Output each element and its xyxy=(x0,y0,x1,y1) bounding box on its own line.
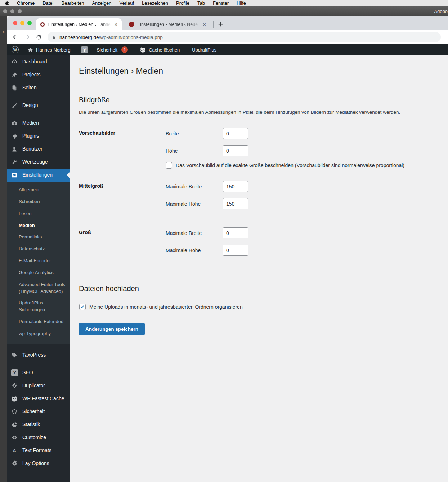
thumbnail-height-input[interactable] xyxy=(223,145,248,156)
shield-icon xyxy=(11,408,18,415)
sidebar-item-seo[interactable]: Y SEO xyxy=(7,366,70,379)
apple-icon[interactable] xyxy=(4,0,9,6)
sidebar-subitem-lesen[interactable]: Lesen xyxy=(7,208,70,220)
gear-icon xyxy=(11,460,18,467)
sidebar-item-wp-fastest-cache[interactable]: WP Fastest Cache xyxy=(7,392,70,405)
clear-cache-label: Cache löschen xyxy=(149,47,180,53)
section-heading-uploads: Dateien hochladen xyxy=(79,285,435,293)
tab-close-icon[interactable]: × xyxy=(113,22,118,27)
browser-window: Einstellungen › Medien ‹ Hanne × Einstel… xyxy=(7,16,448,482)
sidebar-item-duplicator[interactable]: Duplicator xyxy=(7,379,70,392)
site-name-menu[interactable]: Hannes Norberg xyxy=(23,44,75,55)
medium-max-height-input[interactable] xyxy=(223,198,248,209)
minimize-window-button[interactable] xyxy=(20,21,24,25)
close-window-button[interactable] xyxy=(13,21,17,25)
background-traffic-light xyxy=(10,9,14,13)
medium-label: Mittelgroß xyxy=(79,181,166,209)
sidebar-item-einstellungen[interactable]: Einstellungen xyxy=(7,169,70,182)
sidebar-item-medien[interactable]: Medien xyxy=(7,117,70,130)
thumbnail-width-label: Breite xyxy=(166,131,223,137)
sidebar-subitem-permalinks[interactable]: Permalinks xyxy=(7,231,70,243)
sidebar-subitem-schreiben[interactable]: Schreiben xyxy=(7,196,70,208)
sidebar-subitem-allgemein[interactable]: Allgemein xyxy=(7,184,70,196)
menubar-item-tab[interactable]: Tab xyxy=(197,0,205,6)
yoast-menu[interactable]: Y xyxy=(77,44,92,55)
sidebar-item-projects[interactable]: Projects xyxy=(7,68,70,81)
yoast-seo-icon: Y xyxy=(11,369,18,376)
reload-icon[interactable] xyxy=(34,32,43,42)
crop-thumbnail-label: Das Vorschaubild auf die exakte Größe be… xyxy=(176,162,404,168)
sidebar-subitem-datenschutz[interactable]: Datenschutz xyxy=(7,243,70,255)
site-name: Hannes Norberg xyxy=(36,47,70,53)
menubar-item-hilfe[interactable]: Hilfe xyxy=(237,0,246,6)
screen: Chrome Datei Bearbeiten Anzeigen Verlauf… xyxy=(0,0,448,482)
tab-strip: Einstellungen › Medien ‹ Hanne × Einstel… xyxy=(7,16,448,30)
sidebar-subitem-medien[interactable]: Medien xyxy=(7,220,70,232)
menubar-item-lesezeichen[interactable]: Lesezeichen xyxy=(142,0,168,6)
pages-icon xyxy=(11,84,18,92)
tab-inactive[interactable]: Einstellungen › Medien ‹ Neue × xyxy=(125,18,210,30)
background-window-title: Adobe xyxy=(434,9,448,14)
sidebar-item-werkzeuge[interactable]: Werkzeuge xyxy=(7,156,70,169)
sidebar-subitem-advanced-editor-tools[interactable]: Advanced Editor Tools (TinyMCE Advanced) xyxy=(7,279,70,298)
sidebar-subitem-updraftplus[interactable]: UpdraftPlus Sicherungen xyxy=(7,297,70,316)
large-max-height-input[interactable] xyxy=(223,245,248,256)
updraftplus-menu[interactable]: UpdraftPlus xyxy=(188,44,221,55)
back-icon[interactable] xyxy=(11,32,20,42)
background-window-titlebar: Adobe xyxy=(0,6,448,16)
security-label: Sicherheit xyxy=(97,47,117,53)
sidebar-subitem-wp-typography[interactable]: wp-Typography xyxy=(7,328,70,340)
menubar-item-chrome[interactable]: Chrome xyxy=(17,0,35,6)
sidebar-item-sicherheit[interactable]: Sicherheit xyxy=(7,405,70,418)
organize-uploads-checkbox[interactable] xyxy=(79,304,86,310)
settings-media-content: Einstellungen › Medien Bildgröße Die unt… xyxy=(70,55,448,482)
sidebar-item-plugins[interactable]: Plugins xyxy=(7,130,70,143)
background-close-icon: x xyxy=(0,30,7,34)
sidebar-subitem-permalauts[interactable]: Permalauts Extended xyxy=(7,316,70,328)
sidebar-item-dashboard[interactable]: Dashboard xyxy=(7,55,70,68)
tag-icon xyxy=(11,352,18,359)
large-max-width-label: Maximale Breite xyxy=(166,230,223,236)
sidebar-item-benutzer[interactable]: Benutzer xyxy=(7,143,70,156)
menubar-item-anzeigen[interactable]: Anzeigen xyxy=(92,0,111,6)
forward-icon[interactable] xyxy=(22,32,32,42)
save-changes-button[interactable]: Änderungen speichern xyxy=(79,323,145,335)
wordpress-logo-icon: W xyxy=(12,46,19,53)
medium-max-width-input[interactable] xyxy=(223,181,248,192)
menubar-item-datei[interactable]: Datei xyxy=(42,0,53,6)
menubar-item-profile[interactable]: Profile xyxy=(176,0,189,6)
url-bar[interactable]: hannesnorberg.de/wp-admin/options-media.… xyxy=(48,32,441,42)
updraftplus-label: UpdraftPlus xyxy=(192,47,216,53)
favicon-dot-icon xyxy=(129,22,134,27)
sidebar-item-lay-options[interactable]: Lay Options xyxy=(7,457,70,470)
wp-admin-page: W Hannes Norberg Y Sicherheit 1 Cache lö… xyxy=(7,44,448,482)
clear-cache-menu[interactable]: Cache löschen xyxy=(135,44,184,55)
organize-uploads-label: Meine Uploads in monats- und jahresbasie… xyxy=(89,304,243,310)
cheetah-icon xyxy=(11,395,18,402)
sidebar-item-statistik[interactable]: Statistik xyxy=(7,418,70,431)
sidebar-item-customize[interactable]: Customize xyxy=(7,431,70,444)
thumbnail-height-label: Höhe xyxy=(166,148,223,154)
sidebar-item-text-formats[interactable]: A Text Formats xyxy=(7,444,70,457)
thumbnail-width-input[interactable] xyxy=(223,128,248,139)
sidebar-item-seiten[interactable]: Seiten xyxy=(7,81,70,94)
sidebar-item-design[interactable]: Design xyxy=(7,99,70,112)
wp-logo-menu[interactable]: W xyxy=(7,44,23,55)
security-menu[interactable]: Sicherheit 1 xyxy=(92,44,132,55)
zoom-window-button[interactable] xyxy=(27,21,32,25)
menubar-item-bearbeiten[interactable]: Bearbeiten xyxy=(61,0,84,6)
crop-thumbnail-checkbox[interactable] xyxy=(166,162,172,169)
tab-active[interactable]: Einstellungen › Medien ‹ Hanne × xyxy=(36,18,122,30)
large-max-width-input[interactable] xyxy=(223,227,248,238)
sidebar-item-taxopress[interactable]: TaxoPress xyxy=(7,349,70,362)
tab-close-icon[interactable]: × xyxy=(202,22,207,27)
menubar-item-fenster[interactable]: Fenster xyxy=(213,0,229,6)
large-label: Groß xyxy=(79,227,166,256)
sidebar-subitem-google-analytics[interactable]: Google Analytics xyxy=(7,267,70,279)
large-max-height-label: Maximale Höhe xyxy=(166,247,223,253)
wp-admin-bar: W Hannes Norberg Y Sicherheit 1 Cache lö… xyxy=(7,44,448,55)
menubar-item-verlauf[interactable]: Verlauf xyxy=(120,0,134,6)
wrench-icon xyxy=(11,159,18,166)
new-tab-button[interactable] xyxy=(216,19,225,29)
sidebar-subitem-email-encoder[interactable]: E-Mail-Encoder xyxy=(7,255,70,267)
